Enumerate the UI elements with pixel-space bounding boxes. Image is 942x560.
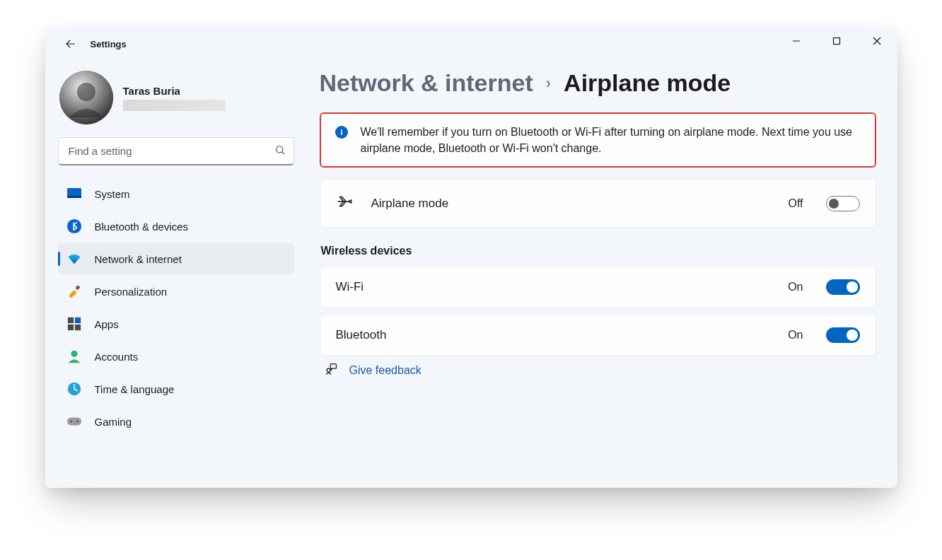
bluetooth-row: Bluetooth On <box>320 314 876 356</box>
wifi-icon <box>66 251 82 267</box>
apps-icon <box>66 316 82 332</box>
sidebar-item-label: System <box>95 188 130 200</box>
feedback-row: Give feedback <box>320 362 876 379</box>
minimize-button[interactable] <box>777 27 817 55</box>
svg-point-10 <box>66 219 81 233</box>
maximize-button[interactable] <box>817 27 857 55</box>
svg-point-6 <box>276 146 282 153</box>
search-wrap <box>58 137 294 165</box>
sidebar-item-time-language[interactable]: Time & language <box>58 373 294 404</box>
breadcrumb: Network & internet › Airplane mode <box>320 69 876 97</box>
wireless-section-title: Wireless devices <box>321 245 876 257</box>
bluetooth-state: On <box>788 329 803 342</box>
settings-window: Settings <box>45 27 897 488</box>
svg-point-19 <box>70 421 72 423</box>
person-icon <box>66 349 82 364</box>
sidebar-item-accounts[interactable]: Accounts <box>58 341 294 372</box>
sidebar-item-apps[interactable]: Apps <box>58 308 294 339</box>
clock-globe-icon <box>66 381 82 397</box>
sidebar-item-gaming[interactable]: Gaming <box>58 406 294 437</box>
sidebar-item-bluetooth[interactable]: Bluetooth & devices <box>58 211 294 242</box>
airplane-mode-label: Airplane mode <box>371 197 772 211</box>
back-button[interactable] <box>58 31 83 57</box>
bluetooth-label: Bluetooth <box>336 328 772 342</box>
svg-rect-22 <box>341 132 342 135</box>
title-bar: Settings <box>45 27 897 61</box>
sidebar-item-network[interactable]: Network & internet <box>58 243 294 274</box>
bluetooth-toggle[interactable] <box>826 327 860 343</box>
wifi-row: Wi-Fi On <box>320 266 876 308</box>
search-input[interactable] <box>58 137 294 165</box>
svg-rect-12 <box>67 317 73 323</box>
svg-rect-15 <box>74 325 80 330</box>
breadcrumb-parent[interactable]: Network & internet <box>320 69 533 97</box>
svg-rect-18 <box>66 418 81 426</box>
svg-point-5 <box>77 83 95 101</box>
window-controls <box>777 27 897 55</box>
bluetooth-icon <box>66 218 82 234</box>
svg-point-23 <box>327 369 330 373</box>
info-banner: We'll remember if you turn on Bluetooth … <box>320 112 876 168</box>
svg-rect-9 <box>67 196 81 198</box>
sidebar-item-label: Time & language <box>95 383 175 395</box>
app-title: Settings <box>91 39 127 49</box>
gamepad-icon <box>66 414 82 429</box>
chevron-right-icon: › <box>546 74 551 93</box>
display-icon <box>66 186 82 202</box>
svg-point-20 <box>76 421 78 423</box>
sidebar-item-label: Bluetooth & devices <box>95 221 189 233</box>
user-name: Taras Buria <box>123 85 226 97</box>
feedback-icon <box>324 362 338 379</box>
give-feedback-link[interactable]: Give feedback <box>349 364 421 377</box>
info-text: We'll remember if you turn on Bluetooth … <box>361 124 861 156</box>
sidebar-item-system[interactable]: System <box>58 178 294 209</box>
sidebar-item-personalization[interactable]: Personalization <box>58 276 294 307</box>
svg-point-21 <box>340 129 342 131</box>
svg-rect-13 <box>74 317 80 323</box>
main-content: Network & internet › Airplane mode We'll… <box>307 61 897 488</box>
airplane-icon <box>336 192 354 214</box>
svg-line-7 <box>281 152 284 154</box>
sidebar-item-label: Accounts <box>95 351 139 363</box>
airplane-mode-toggle[interactable] <box>826 196 860 211</box>
avatar <box>59 71 113 124</box>
user-block[interactable]: Taras Buria <box>58 66 294 137</box>
sidebar-item-label: Personalization <box>95 286 168 298</box>
svg-rect-24 <box>330 364 336 369</box>
airplane-mode-row: Airplane mode Off <box>320 179 876 228</box>
info-icon <box>335 126 348 139</box>
sidebar-nav: System Bluetooth & devices Network & int… <box>58 178 294 437</box>
sidebar-item-label: Network & internet <box>95 253 182 265</box>
svg-rect-14 <box>67 325 73 330</box>
sidebar-item-label: Gaming <box>95 416 132 428</box>
wifi-state: On <box>788 281 803 293</box>
airplane-mode-state: Off <box>788 197 803 210</box>
wifi-label: Wi-Fi <box>336 280 772 294</box>
sidebar-item-label: Apps <box>95 318 119 330</box>
page-title: Airplane mode <box>564 69 731 97</box>
user-email-redacted <box>123 100 226 111</box>
search-icon <box>274 144 286 158</box>
close-button[interactable] <box>857 27 897 55</box>
brush-icon <box>66 284 82 299</box>
wifi-toggle[interactable] <box>826 279 860 295</box>
svg-point-16 <box>71 351 77 357</box>
sidebar: Taras Buria System <box>45 61 307 488</box>
svg-rect-1 <box>834 38 840 45</box>
svg-rect-11 <box>75 285 80 290</box>
